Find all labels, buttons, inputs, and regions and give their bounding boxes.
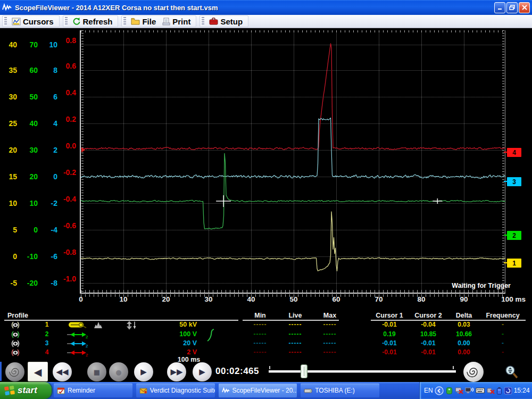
setup-label: Setup bbox=[220, 17, 243, 26]
visibility-eye-icon-ch4[interactable] bbox=[10, 349, 21, 356]
jog-dial-button[interactable] bbox=[5, 362, 24, 381]
file-button[interactable]: File bbox=[128, 16, 159, 27]
visibility-eye-icon-ch3[interactable] bbox=[10, 340, 21, 347]
profile-title: Profile bbox=[7, 312, 28, 319]
trace-ch1 bbox=[81, 212, 505, 271]
cursor-value: 0.00 bbox=[443, 348, 485, 356]
restore-button[interactable] bbox=[506, 2, 518, 13]
usb-error-icon[interactable] bbox=[486, 387, 495, 395]
meas-value: ----- bbox=[311, 339, 348, 347]
svg-text:2: 2 bbox=[86, 353, 88, 357]
app-scope-wave-icon bbox=[2, 3, 12, 12]
record-button[interactable]: ● bbox=[109, 362, 128, 381]
cursor-value: 0.19 bbox=[368, 330, 411, 338]
meas-value: ----- bbox=[277, 339, 314, 347]
start-button[interactable]: start bbox=[0, 382, 52, 399]
histogram-icon[interactable] bbox=[94, 321, 103, 329]
visibility-eye-icon-ch2[interactable] bbox=[10, 331, 21, 338]
fast-forward-button[interactable]: ▶▶ bbox=[167, 362, 186, 381]
position-slider-track[interactable] bbox=[269, 370, 456, 373]
rewind-button[interactable]: ◀◀ bbox=[53, 362, 72, 381]
toolbar-grip[interactable] bbox=[201, 17, 204, 26]
magnifier-zoom-icon bbox=[504, 365, 519, 380]
taskbar-task-verdict-diagnostic-suite[interactable]: Verdict Diagnostic Suite bbox=[136, 384, 215, 397]
play-button[interactable]: ▶ bbox=[134, 362, 153, 381]
channel-badge-1[interactable]: 1 bbox=[507, 259, 521, 268]
print-button[interactable]: Print bbox=[159, 16, 194, 27]
toolbar-grip[interactable] bbox=[64, 17, 68, 26]
x-axis-tick-label: 90 bbox=[452, 295, 476, 303]
battery-icon[interactable] bbox=[496, 387, 502, 395]
refresh-button[interactable]: Refresh bbox=[69, 16, 116, 27]
toolbar-grip[interactable] bbox=[4, 17, 7, 26]
channel-badge-4[interactable]: 4 bbox=[507, 148, 521, 157]
close-button[interactable] bbox=[519, 2, 530, 13]
cursor-marker-1[interactable] bbox=[216, 195, 231, 207]
tray-clock: 15:24 bbox=[514, 387, 530, 394]
cursor-value: - bbox=[481, 348, 524, 356]
cursor-value: - bbox=[481, 330, 524, 338]
cursors-button[interactable]: Cursors bbox=[9, 16, 57, 27]
updown-arrows-icon[interactable] bbox=[125, 321, 137, 330]
channel-badge-2[interactable]: 2 bbox=[507, 231, 521, 240]
visibility-eye-icon-ch1[interactable] bbox=[10, 321, 21, 329]
playback-time: 00:02:465 bbox=[215, 366, 266, 377]
jog-wheel-button[interactable] bbox=[463, 362, 484, 382]
slider-tick-end bbox=[453, 366, 454, 369]
cursor-value: -0.01 bbox=[368, 321, 411, 329]
zoom-tool-button[interactable] bbox=[504, 365, 519, 382]
coupling-curve-icon[interactable] bbox=[206, 328, 215, 342]
cursor-value: -0.01 bbox=[368, 348, 411, 356]
y-axis-label-ch4: -0.8 bbox=[53, 248, 76, 256]
blue-app-icon[interactable] bbox=[504, 387, 512, 395]
measurement-panel: Profile Min Live Max Cursor 1 Cursor 2 D… bbox=[0, 311, 532, 362]
stop-icon: ■ bbox=[94, 368, 100, 376]
stop-button[interactable]: ■ bbox=[87, 362, 106, 381]
keyboard-icon[interactable] bbox=[476, 387, 485, 394]
play-icon: ▶ bbox=[140, 367, 147, 377]
play-to-end-button[interactable]: ▶ bbox=[193, 362, 212, 381]
traces-svg bbox=[81, 30, 505, 293]
task-label: Reminder bbox=[68, 387, 95, 394]
y-axis-label-ch4: 0.4 bbox=[53, 88, 76, 97]
channel-badge-3[interactable]: 3 bbox=[507, 177, 521, 186]
refresh-icon bbox=[72, 17, 81, 26]
playback-bar: ◀ ◀◀ ■ ● ▶ ▶▶ ▶ 00:02:465 bbox=[0, 362, 532, 382]
y-axis-label-ch4: 0.0 bbox=[53, 142, 76, 150]
cursor-marker-2[interactable] bbox=[433, 198, 442, 204]
channel-number-2: 2 bbox=[41, 330, 52, 338]
taskbar-task-toshiba-e[interactable]: TOSHIBA (E:) bbox=[301, 384, 379, 397]
setup-toolbox-icon bbox=[209, 18, 218, 25]
x-axis-last-label: 100 ms bbox=[479, 295, 526, 303]
resize-handle[interactable] bbox=[0, 362, 2, 381]
taskbar-task-scopefileviewer-20[interactable]: ScopeFileViewer - 20... bbox=[219, 384, 297, 397]
dual-arrow-probe-icon[interactable]: 2 bbox=[67, 331, 89, 338]
scope-display: 4035302520151050-5706050403020100-10-201… bbox=[0, 28, 532, 311]
ignition-probe-icon[interactable] bbox=[67, 321, 89, 328]
file-folder-icon bbox=[131, 18, 140, 25]
frequency-header: Frequency bbox=[481, 312, 524, 319]
dual-arrow-probe-icon[interactable]: 2 bbox=[67, 340, 89, 347]
dual-arrow-probe-icon[interactable]: 2 bbox=[67, 349, 89, 356]
reminder-icon bbox=[57, 387, 65, 394]
y-axis-label-ch4: -0.4 bbox=[53, 195, 76, 203]
cursors-icon bbox=[12, 18, 21, 26]
toolbar-grip[interactable] bbox=[123, 17, 126, 26]
drive-icon bbox=[304, 388, 312, 394]
x-axis-tick-label: 30 bbox=[197, 295, 220, 303]
fast-forward-icon: ▶▶ bbox=[170, 367, 182, 377]
setup-button[interactable]: Setup bbox=[206, 16, 246, 27]
monitor-sound-icon[interactable] bbox=[465, 387, 474, 395]
network-error-icon[interactable] bbox=[455, 387, 463, 395]
minimize-button[interactable] bbox=[494, 2, 505, 13]
position-slider-thumb[interactable] bbox=[301, 364, 307, 378]
channel-number-1: 1 bbox=[41, 321, 52, 329]
green-device-icon[interactable] bbox=[445, 387, 453, 395]
window-title: ScopeFileViewer - 2014 A12XER Corsa no s… bbox=[15, 4, 218, 12]
channel-range-2: 100 V bbox=[157, 330, 197, 338]
hide-icons-chevron[interactable] bbox=[435, 386, 444, 395]
step-back-button[interactable]: ◀ bbox=[28, 362, 48, 381]
scopefileviewer-window: ScopeFileViewer - 2014 A12XER Corsa no s… bbox=[0, 0, 532, 399]
meas-value: ----- bbox=[242, 339, 279, 347]
taskbar-task-reminder[interactable]: Reminder bbox=[54, 384, 132, 397]
